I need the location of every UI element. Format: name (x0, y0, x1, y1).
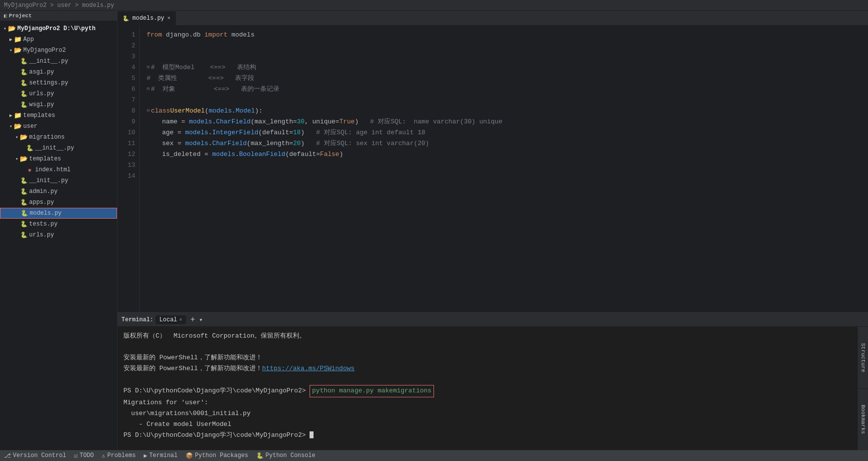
terminal-prompt-2: PS D:\U\pythonCode\Django学习\code\MyDjang… (123, 431, 310, 439)
tab-models-py[interactable]: 🐍 models.py × (118, 11, 176, 25)
line-number-6: 6 (118, 84, 135, 95)
tree-label: migrations (29, 134, 65, 141)
tree-icon-py: 🐍 (20, 101, 28, 109)
tree-item-migrations[interactable]: ▾📂migrations (0, 132, 117, 143)
terminal-line-6: Migrations for 'user': (123, 397, 851, 408)
code-line-11: sex = models.CharField(max_length=20) # … (147, 138, 864, 149)
sidebar-header: ◧ Project (0, 11, 117, 21)
terminal-chevron[interactable]: ▾ (199, 316, 203, 324)
tree-arrow: ▶ (8, 113, 14, 118)
status-label-python-packages: Python Packages (195, 452, 248, 459)
terminal-line-3: 安装最新的 PowerShell，了解新功能和改进！https://aka.ms… (123, 363, 851, 374)
tree-icon-py: 🐍 (20, 231, 28, 239)
structure-label[interactable]: Structure (858, 327, 868, 389)
tree-icon-py: 🐍 (20, 209, 28, 217)
tree-icon-folder: 📁 (14, 36, 22, 43)
tree-icon-folder: 📂 (14, 122, 22, 130)
terminal-line-1 (123, 342, 851, 352)
terminal-add-button[interactable]: + (188, 315, 197, 324)
line-number-8: 8 (118, 106, 135, 116)
tree-item-models_py[interactable]: 🐍models.py (0, 208, 117, 219)
code-line-14 (147, 171, 864, 182)
tree-icon-py: 🐍 (20, 90, 28, 98)
status-item-todo[interactable]: ☑TODO (74, 452, 94, 460)
tree-item-mydjangopro2[interactable]: ▾📂MyDjangoPro2 (0, 45, 117, 56)
tree-item-user[interactable]: ▾📂user (0, 121, 117, 132)
tree-item-index_html[interactable]: ◈index.html (0, 164, 117, 175)
project-icon: ◧ (4, 13, 7, 19)
tree-label: wsgi.py (29, 101, 54, 108)
tab-close-button[interactable]: × (167, 15, 171, 21)
tree-icon-folder: 📂 (20, 133, 28, 141)
terminal-command: python manage.py makemigrations (310, 385, 434, 397)
tree-item-settings_py[interactable]: 🐍settings.py (0, 77, 117, 88)
tree-label: templates (23, 112, 55, 119)
terminal-tab-local[interactable]: Local × (156, 315, 187, 324)
tree-label: tests.py (29, 221, 58, 228)
terminal-content[interactable]: 版权所有（C） Microsoft Corporation。保留所有权利。 安装… (118, 327, 857, 450)
tab-label: models.py (132, 15, 164, 22)
powershell-link[interactable]: https://aka.ms/PSWindows (262, 365, 355, 372)
line-number-7: 7 (118, 95, 135, 106)
tree-item-asgi_py[interactable]: 🐍asgi.py (0, 67, 117, 77)
code-line-5: # 类属性 <==> 表字段 (147, 73, 864, 84)
top-breadcrumb: MyDjangoPro2 > user > models.py (4, 2, 114, 9)
tree-label: apps.py (29, 199, 54, 206)
tree-item-wsgi_py[interactable]: 🐍wsgi.py (0, 99, 117, 110)
tree-item-init_py1[interactable]: 🐍__init__.py (0, 56, 117, 67)
terminal-area: Terminal: Local × + ▾ 版权所有（C） Microsoft … (118, 312, 868, 450)
tree-icon-py: 🐍 (26, 144, 34, 152)
editor-area: 🐍 models.py × 1234567891011121314 from d… (118, 11, 868, 312)
tree-label: MyDjangoPro2 D:\U\pyth (17, 25, 95, 32)
bottom-status-bar: ⎇Version Control☑TODO⚠Problems▶Terminal📦… (0, 450, 868, 461)
tree-label: __init__.py (29, 177, 68, 184)
status-label-problems: Problems (107, 452, 136, 459)
terminal-cursor (310, 431, 314, 438)
status-item-terminal[interactable]: ▶Terminal (144, 452, 178, 460)
status-item-python-packages[interactable]: 📦Python Packages (186, 452, 248, 460)
tree-item-urls_py2[interactable]: 🐍urls.py (0, 230, 117, 240)
code-line-12: is_deleted = models.BooleanField(default… (147, 149, 864, 160)
tree-item-templates1[interactable]: ▶📁templates (0, 110, 117, 121)
tree-icon-root: 📂 (8, 25, 16, 33)
status-label-version-control: Version Control (13, 452, 66, 459)
line-number-9: 9 (118, 116, 135, 127)
status-item-python-console[interactable]: 🐍Python Console (256, 452, 316, 460)
terminal-line-9: PS D:\U\pythonCode\Django学习\code\MyDjang… (123, 430, 851, 441)
tree-item-urls_py1[interactable]: 🐍urls.py (0, 88, 117, 99)
status-item-problems[interactable]: ⚠Problems (102, 452, 136, 460)
bookmarks-label[interactable]: Bookmarks (858, 389, 868, 451)
tree-label: admin.py (29, 188, 58, 195)
tree-label: templates (29, 155, 61, 162)
status-label-terminal: Terminal (149, 452, 178, 459)
tree-icon-html: ◈ (26, 166, 34, 174)
terminal-line-2: 安装最新的 PowerShell，了解新功能和改进！ (123, 352, 851, 363)
tree-arrow: ▾ (8, 47, 14, 53)
status-icon-python-packages: 📦 (186, 452, 193, 460)
status-label-todo: TODO (79, 452, 94, 459)
code-editor: 1234567891011121314 from django.db impor… (118, 26, 868, 312)
code-line-1: from django.db import models (147, 30, 864, 40)
tree-item-app[interactable]: ▶📁App (0, 34, 117, 45)
tree-label: MyDjangoPro2 (23, 47, 66, 54)
status-icon-todo: ☑ (74, 452, 78, 460)
tree-item-admin_py[interactable]: 🐍admin.py (0, 186, 117, 197)
line-number-3: 3 (118, 51, 135, 62)
tree-item-root[interactable]: ▾📂MyDjangoPro2 D:\U\pyth (0, 23, 117, 34)
terminal-line-7: user\migrations\0001_initial.py (123, 408, 851, 419)
terminal-tab-label: Local (159, 316, 177, 323)
tree-item-apps_py[interactable]: 🐍apps.py (0, 197, 117, 208)
tree-item-init_py3[interactable]: 🐍__init__.py (0, 175, 117, 186)
tree-item-templates2[interactable]: ▾📂templates (0, 154, 117, 164)
status-item-version-control[interactable]: ⎇Version Control (4, 452, 66, 460)
code-content[interactable]: from django.db import models ⊖# 模型Model … (140, 26, 868, 312)
terminal-tab-bar: Terminal: Local × + ▾ (118, 313, 868, 327)
tree-icon-py: 🐍 (20, 57, 28, 65)
side-labels: Structure Bookmarks (857, 327, 868, 450)
tree-item-init_py2[interactable]: 🐍__init__.py (0, 143, 117, 154)
tree-arrow: ▾ (2, 26, 8, 32)
editor-terminal-wrapper: 🐍 models.py × 1234567891011121314 from d… (118, 11, 868, 450)
tree-item-tests_py[interactable]: 🐍tests.py (0, 219, 117, 230)
code-line-4: ⊖# 模型Model <==> 表结构 (147, 62, 864, 73)
terminal-tab-close[interactable]: × (179, 317, 183, 323)
